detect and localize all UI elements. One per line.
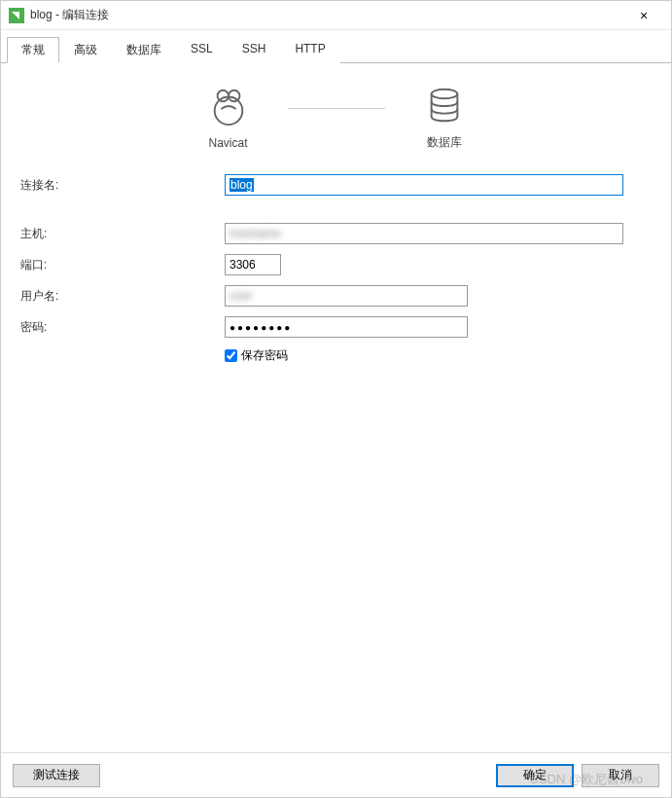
connection-name-label: 连接名: (20, 177, 225, 194)
row-host: 主机: hostname (20, 223, 652, 244)
window-title: blog - 编辑连接 (30, 7, 109, 23)
svg-point-1 (214, 96, 242, 125)
connector-line (288, 108, 385, 109)
connection-name-value: blog (230, 178, 254, 192)
navicat-icon (208, 87, 249, 130)
row-port: 端口: (20, 254, 652, 275)
ok-button[interactable]: 确定 (496, 764, 574, 787)
test-connection-button[interactable]: 测试连接 (13, 764, 100, 787)
password-label: 密码: (20, 319, 225, 336)
connection-name-input[interactable]: blog (225, 174, 623, 196)
password-input[interactable]: ●●●●●●●● (225, 316, 468, 338)
titlebar: blog - 编辑连接 × (1, 1, 671, 30)
row-password: 密码: ●●●●●●●● (20, 316, 652, 338)
footer-right: 确定 取消 (496, 764, 659, 787)
svg-point-3 (229, 90, 239, 100)
tab-advanced[interactable]: 高级 (59, 37, 112, 63)
port-input[interactable] (225, 254, 281, 275)
close-button[interactable]: × (624, 2, 663, 29)
close-icon: × (640, 8, 648, 23)
form: 连接名: blog 主机: hostname 端口: 用户名: user 密码:… (20, 174, 652, 364)
svg-point-4 (431, 90, 457, 99)
username-label: 用户名: (20, 288, 225, 305)
cancel-button[interactable]: 取消 (582, 764, 659, 787)
host-label: 主机: (20, 226, 225, 242)
tab-general[interactable]: 常规 (7, 37, 59, 63)
row-username: 用户名: user (20, 285, 652, 307)
tab-http[interactable]: HTTP (280, 37, 339, 63)
tab-ssh[interactable]: SSH (228, 37, 281, 63)
tab-ssl[interactable]: SSL (176, 37, 228, 63)
username-input[interactable]: user (225, 285, 468, 307)
save-password-label: 保存密码 (241, 347, 288, 364)
icon-row: Navicat 数据库 (20, 85, 652, 151)
navicat-label: Navicat (208, 136, 247, 150)
svg-point-2 (217, 90, 228, 100)
navicat-icon-col: Navicat (208, 87, 249, 150)
tab-bar: 常规 高级 数据库 SSL SSH HTTP (1, 36, 671, 63)
username-value: user (230, 289, 252, 303)
save-password-checkbox[interactable] (225, 349, 237, 362)
database-icon-col: 数据库 (424, 85, 465, 151)
password-value: ●●●●●●●● (230, 322, 292, 333)
row-save-password: 保存密码 (225, 347, 652, 364)
content-area: Navicat 数据库 连接名: blog 主机: (1, 63, 671, 752)
database-label: 数据库 (427, 134, 462, 151)
port-label: 端口: (20, 257, 225, 273)
host-value: hostname (230, 227, 281, 240)
footer: 测试连接 确定 取消 (1, 752, 671, 797)
database-icon (424, 85, 465, 128)
tab-database[interactable]: 数据库 (112, 37, 176, 63)
app-icon (9, 8, 24, 23)
host-input[interactable]: hostname (225, 223, 623, 244)
row-connection-name: 连接名: blog (20, 174, 652, 196)
